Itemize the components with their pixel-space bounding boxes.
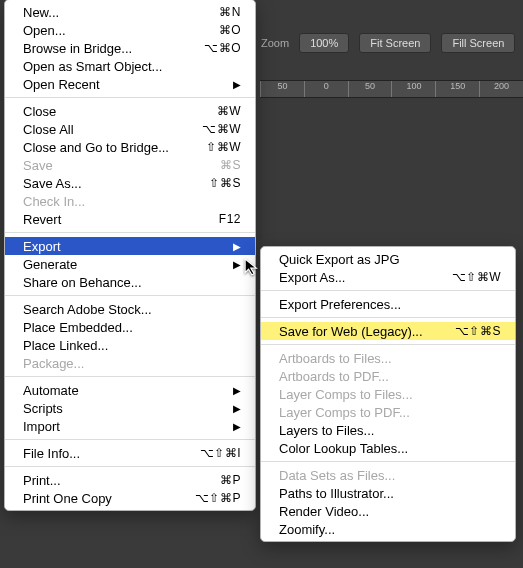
ruler-tick: 200	[479, 81, 523, 97]
menu-item-open[interactable]: Open...⌘O	[5, 21, 255, 39]
menu-separator	[261, 461, 515, 462]
submenu-arrow-icon: ▶	[233, 385, 241, 396]
menu-item-shortcut: ⇧⌘S	[209, 176, 241, 190]
menu-item-quick-export-as-jpg[interactable]: Quick Export as JPG	[261, 250, 515, 268]
menu-item-color-lookup-tables[interactable]: Color Lookup Tables...	[261, 439, 515, 457]
menu-item-label: Import	[23, 419, 233, 434]
ruler-tick: 50	[348, 81, 392, 97]
menu-item-shortcut: ⌘N	[219, 5, 241, 19]
menu-item-generate[interactable]: Generate▶	[5, 255, 255, 273]
menu-item-automate[interactable]: Automate▶	[5, 381, 255, 399]
submenu-arrow-icon: ▶	[233, 79, 241, 90]
menu-item-render-video[interactable]: Render Video...	[261, 502, 515, 520]
menu-item-share-on-behance[interactable]: Share on Behance...	[5, 273, 255, 291]
menu-item-label: New...	[23, 5, 219, 20]
menu-item-save-for-web-legacy[interactable]: Save for Web (Legacy)...⌥⇧⌘S	[261, 322, 515, 340]
zoom-label: Zoom	[261, 37, 289, 49]
menu-item-shortcut: ⌥⇧⌘W	[452, 270, 501, 284]
ruler-tick: 150	[435, 81, 479, 97]
menu-separator	[5, 97, 255, 98]
menu-item-shortcut: ⌘W	[217, 104, 241, 118]
menu-item-label: Share on Behance...	[23, 275, 241, 290]
menu-item-artboards-to-pdf: Artboards to PDF...	[261, 367, 515, 385]
menu-item-label: Print...	[23, 473, 220, 488]
menu-separator	[5, 376, 255, 377]
menu-item-check-in: Check In...	[5, 192, 255, 210]
menu-item-place-embedded[interactable]: Place Embedded...	[5, 318, 255, 336]
menu-item-label: Browse in Bridge...	[23, 41, 204, 56]
menu-item-place-linked[interactable]: Place Linked...	[5, 336, 255, 354]
menu-item-shortcut: ⌘P	[220, 473, 241, 487]
menu-item-print-one-copy[interactable]: Print One Copy⌥⇧⌘P	[5, 489, 255, 507]
menu-item-label: Close All	[23, 122, 202, 137]
menu-item-import[interactable]: Import▶	[5, 417, 255, 435]
menu-separator	[5, 232, 255, 233]
menu-item-label: Place Linked...	[23, 338, 241, 353]
menu-item-export-as[interactable]: Export As...⌥⇧⌘W	[261, 268, 515, 286]
menu-item-export-preferences[interactable]: Export Preferences...	[261, 295, 515, 313]
menu-item-close[interactable]: Close⌘W	[5, 102, 255, 120]
horizontal-ruler: 50050100150200	[260, 80, 523, 98]
menu-item-shortcut: F12	[219, 212, 241, 226]
fit-screen-button[interactable]: Fit Screen	[359, 33, 431, 53]
menu-separator	[5, 295, 255, 296]
menu-item-label: Artboards to Files...	[279, 351, 501, 366]
fill-screen-button[interactable]: Fill Screen	[441, 33, 515, 53]
menu-item-label: Layer Comps to PDF...	[279, 405, 501, 420]
zoom-100-button[interactable]: 100%	[299, 33, 349, 53]
menu-item-save: Save⌘S	[5, 156, 255, 174]
menu-item-export[interactable]: Export▶	[5, 237, 255, 255]
menu-separator	[5, 439, 255, 440]
menu-item-print[interactable]: Print...⌘P	[5, 471, 255, 489]
menu-separator	[261, 290, 515, 291]
options-toolbar: Zoom 100% Fit Screen Fill Screen	[255, 25, 523, 60]
menu-item-save-as[interactable]: Save As...⇧⌘S	[5, 174, 255, 192]
menu-item-label: Artboards to PDF...	[279, 369, 501, 384]
menu-item-shortcut: ⌥⇧⌘P	[195, 491, 241, 505]
menu-item-label: Export	[23, 239, 233, 254]
menu-item-label: Save	[23, 158, 220, 173]
menu-item-label: Place Embedded...	[23, 320, 241, 335]
menu-item-shortcut: ⌥⌘W	[202, 122, 241, 136]
menu-item-close-all[interactable]: Close All⌥⌘W	[5, 120, 255, 138]
menu-item-open-recent[interactable]: Open Recent▶	[5, 75, 255, 93]
menu-item-revert[interactable]: RevertF12	[5, 210, 255, 228]
ruler-tick: 100	[391, 81, 435, 97]
menu-item-label: Check In...	[23, 194, 241, 209]
menu-item-label: Export Preferences...	[279, 297, 501, 312]
menu-item-label: Scripts	[23, 401, 233, 416]
menu-item-label: Quick Export as JPG	[279, 252, 501, 267]
submenu-arrow-icon: ▶	[233, 259, 241, 270]
menu-item-scripts[interactable]: Scripts▶	[5, 399, 255, 417]
menu-item-shortcut: ⇧⌘W	[206, 140, 241, 154]
export-submenu[interactable]: Quick Export as JPGExport As...⌥⇧⌘WExpor…	[260, 246, 516, 542]
file-menu[interactable]: New...⌘NOpen...⌘OBrowse in Bridge...⌥⌘OO…	[4, 0, 256, 511]
menu-item-artboards-to-files: Artboards to Files...	[261, 349, 515, 367]
submenu-arrow-icon: ▶	[233, 403, 241, 414]
menu-item-new[interactable]: New...⌘N	[5, 3, 255, 21]
ruler-tick: 0	[304, 81, 348, 97]
menu-item-label: Layer Comps to Files...	[279, 387, 501, 402]
menu-item-open-as-smart-object[interactable]: Open as Smart Object...	[5, 57, 255, 75]
menu-item-label: Close and Go to Bridge...	[23, 140, 206, 155]
ruler-tick: 50	[260, 81, 304, 97]
menu-item-package: Package...	[5, 354, 255, 372]
menu-item-label: Print One Copy	[23, 491, 195, 506]
menu-item-layers-to-files[interactable]: Layers to Files...	[261, 421, 515, 439]
menu-item-file-info[interactable]: File Info...⌥⇧⌘I	[5, 444, 255, 462]
menu-item-browse-in-bridge[interactable]: Browse in Bridge...⌥⌘O	[5, 39, 255, 57]
menu-item-label: Zoomify...	[279, 522, 501, 537]
submenu-arrow-icon: ▶	[233, 421, 241, 432]
menu-item-label: Revert	[23, 212, 219, 227]
menu-item-zoomify[interactable]: Zoomify...	[261, 520, 515, 538]
menu-item-label: Search Adobe Stock...	[23, 302, 241, 317]
menu-item-label: Save As...	[23, 176, 209, 191]
menu-item-shortcut: ⌥⇧⌘I	[200, 446, 241, 460]
menu-item-data-sets-as-files: Data Sets as Files...	[261, 466, 515, 484]
menu-item-close-and-go-to-bridge[interactable]: Close and Go to Bridge...⇧⌘W	[5, 138, 255, 156]
menu-item-label: Open as Smart Object...	[23, 59, 241, 74]
menu-item-search-adobe-stock[interactable]: Search Adobe Stock...	[5, 300, 255, 318]
menu-separator	[261, 317, 515, 318]
menu-item-paths-to-illustrator[interactable]: Paths to Illustrator...	[261, 484, 515, 502]
menu-item-label: Layers to Files...	[279, 423, 501, 438]
